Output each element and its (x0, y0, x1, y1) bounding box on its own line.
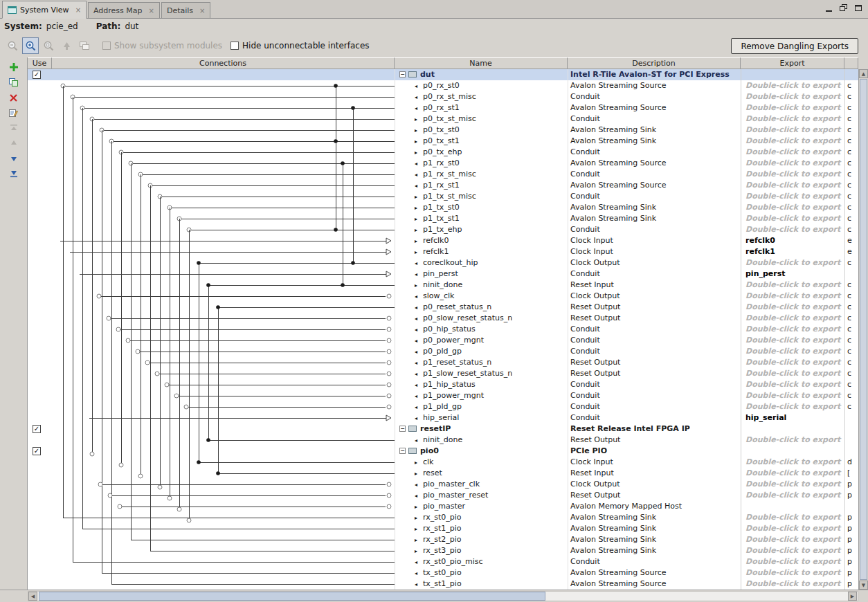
export-cell[interactable]: Double-click to export (741, 202, 844, 213)
export-cell[interactable] (741, 69, 844, 80)
add-button[interactable] (5, 60, 23, 75)
remove-dangling-exports-button[interactable]: Remove Dangling Exports (731, 38, 858, 54)
interface-row[interactable]: ▸p1_tx_ehpConduitDouble-click to exportc (28, 224, 858, 235)
interface-row[interactable]: ◂tx_st0_pioAvalon Streaming SourceDouble… (28, 567, 858, 578)
export-cell[interactable]: Double-click to export (741, 313, 844, 324)
interface-row[interactable]: ◂p1_power_mgntConduitDouble-click to exp… (28, 390, 858, 401)
export-cell[interactable]: Double-click to export (741, 136, 844, 147)
export-cell[interactable]: Double-click to export (741, 390, 844, 401)
tab-close-icon[interactable]: × (75, 6, 81, 14)
tab-address-map[interactable]: Address Map × (88, 2, 160, 18)
export-cell[interactable]: Double-click to export (741, 335, 844, 346)
export-cell[interactable]: Double-click to export (741, 545, 844, 556)
export-cell[interactable]: Double-click to export (741, 280, 844, 291)
vertical-scroll-thumb[interactable] (860, 79, 867, 580)
interface-row[interactable]: ◂p1_hip_statusConduitDouble-click to exp… (28, 379, 858, 390)
export-cell[interactable]: Double-click to export (741, 468, 844, 479)
export-cell[interactable]: Double-click to export (741, 169, 844, 180)
capture-view-button[interactable] (76, 37, 93, 54)
export-cell[interactable]: Double-click to export (741, 457, 844, 468)
tab-system-view[interactable]: System View × (2, 1, 87, 19)
show-subsystem-checkbox[interactable] (102, 42, 111, 50)
interface-row[interactable]: ▸ninit_doneReset InputDouble-click to ex… (28, 280, 858, 291)
column-header-use[interactable]: Use (28, 57, 52, 69)
interface-row[interactable]: ◂rx_st0_pio_miscConduitDouble-click to e… (28, 556, 858, 567)
tab-close-icon[interactable]: × (199, 7, 205, 15)
export-cell[interactable]: Double-click to export (741, 479, 844, 490)
export-cell[interactable] (741, 446, 844, 457)
interface-row[interactable]: ▸p0_tx_st_miscConduitDouble-click to exp… (28, 113, 858, 125)
export-cell[interactable]: Double-click to export (741, 180, 844, 191)
export-cell[interactable]: Double-click to export (741, 257, 844, 268)
interface-row[interactable]: ▸p1_tx_st0Avalon Streaming SinkDouble-cl… (28, 202, 858, 213)
export-cell[interactable]: Double-click to export (741, 401, 844, 412)
edit-button[interactable] (5, 105, 23, 120)
interface-row[interactable]: ▸rx_st3_pioAvalon Streaming SinkDouble-c… (28, 545, 858, 556)
export-cell[interactable]: hip_serial (741, 412, 844, 423)
interface-row[interactable]: ◂p0_pld_gpConduitDouble-click to exportc (28, 346, 858, 357)
duplicate-button[interactable] (5, 75, 23, 90)
use-checkbox[interactable]: ✓ (33, 447, 41, 455)
move-down-button[interactable] (5, 151, 23, 166)
export-cell[interactable]: refclk0 (741, 235, 844, 246)
interface-row[interactable]: ◂ninit_doneReset OutputDouble-click to e… (28, 435, 858, 446)
export-cell[interactable]: pin_perst (741, 268, 844, 280)
export-cell[interactable] (741, 501, 844, 512)
interface-row[interactable]: ▸rx_st2_pioAvalon Streaming SinkDouble-c… (28, 534, 858, 545)
interface-row[interactable]: ◂p1_pld_gpConduitDouble-click to exportc (28, 401, 858, 412)
interface-row[interactable]: ▸p0_tx_st1Avalon Streaming SinkDouble-cl… (28, 136, 858, 147)
scroll-down-icon[interactable]: ▼ (859, 581, 868, 590)
export-cell[interactable]: Double-click to export (741, 113, 844, 125)
export-cell[interactable]: Double-click to export (741, 91, 844, 102)
scroll-right-icon[interactable]: ▶ (848, 592, 857, 601)
export-cell[interactable]: Double-click to export (741, 102, 844, 113)
export-cell[interactable]: Double-click to export (741, 80, 844, 91)
interface-row[interactable]: ◂hip_serialConduithip_serial (28, 412, 858, 423)
minimize-icon[interactable] (825, 4, 833, 12)
interface-row[interactable]: ▸pio_masterAvalon Memory Mapped Host (28, 501, 858, 512)
interface-row[interactable]: ◂p0_power_mgntConduitDouble-click to exp… (28, 335, 858, 346)
export-cell[interactable]: Double-click to export (741, 224, 844, 235)
vertical-scrollbar[interactable]: ▲ ▼ (858, 69, 868, 590)
hide-unconnectable-checkbox[interactable] (230, 42, 239, 50)
zoom-out-button[interactable] (4, 37, 21, 54)
interface-row[interactable]: ◂pio_master_clkClock OutputDouble-click … (28, 479, 858, 490)
maximize-icon[interactable] (854, 4, 862, 12)
export-cell[interactable]: refclk1 (741, 246, 844, 257)
interface-row[interactable]: ◂pin_perstConduitpin_perst (28, 268, 858, 280)
interface-row[interactable]: ▸resetReset InputDouble-click to export[ (28, 468, 858, 479)
export-cell[interactable]: Double-click to export (741, 291, 844, 302)
export-cell[interactable]: Double-click to export (741, 368, 844, 379)
interface-row[interactable]: ◂p1_reset_status_nReset OutputDouble-cli… (28, 357, 858, 368)
zoom-fit-button[interactable] (40, 37, 57, 54)
export-cell[interactable]: Double-click to export (741, 523, 844, 534)
use-checkbox[interactable]: ✓ (33, 71, 41, 79)
export-cell[interactable]: Double-click to export (741, 379, 844, 390)
export-cell[interactable]: Double-click to export (741, 578, 844, 590)
export-cell[interactable]: Double-click to export (741, 556, 844, 567)
module-row[interactable]: ✓−dutIntel R-Tile Avalon-ST for PCI Expr… (28, 69, 858, 80)
export-cell[interactable]: Double-click to export (741, 567, 844, 578)
scroll-left-icon[interactable]: ◀ (28, 592, 37, 601)
collapse-icon[interactable]: − (399, 448, 406, 454)
interface-row[interactable]: ▸rx_st0_pioAvalon Streaming SinkDouble-c… (28, 512, 858, 523)
interface-row[interactable]: ▸p0_tx_st0Avalon Streaming SinkDouble-cl… (28, 125, 858, 136)
interface-row[interactable]: ◂p1_rx_st_miscConduitDouble-click to exp… (28, 169, 858, 180)
interface-row[interactable]: ◂tx_st1_pioAvalon Streaming SourceDouble… (28, 578, 858, 590)
export-cell[interactable]: Double-click to export (741, 324, 844, 335)
interface-row[interactable]: ◂p0_rx_st1Avalon Streaming SourceDouble-… (28, 102, 858, 113)
interface-row[interactable]: ◂pio_master_resetReset OutputDouble-clic… (28, 490, 858, 501)
interface-row[interactable]: ◂p1_rx_st1Avalon Streaming SourceDouble-… (28, 180, 858, 191)
export-cell[interactable]: Double-click to export (741, 490, 844, 501)
remove-button[interactable] (5, 90, 23, 105)
move-bottom-button[interactable] (5, 166, 23, 181)
column-header-name[interactable]: Name (395, 57, 568, 69)
column-header-connections[interactable]: Connections (52, 57, 395, 69)
export-cell[interactable]: Double-click to export (741, 435, 844, 446)
move-top-button[interactable] (5, 120, 23, 136)
module-row[interactable]: ✓−resetIPReset Release Intel FPGA IP (28, 423, 858, 435)
scroll-to-selection-button[interactable] (58, 37, 75, 54)
interface-row[interactable]: ◂p1_rx_st0Avalon Streaming SourceDouble-… (28, 158, 858, 169)
export-cell[interactable]: Double-click to export (741, 346, 844, 357)
tab-details[interactable]: Details × (161, 2, 211, 18)
